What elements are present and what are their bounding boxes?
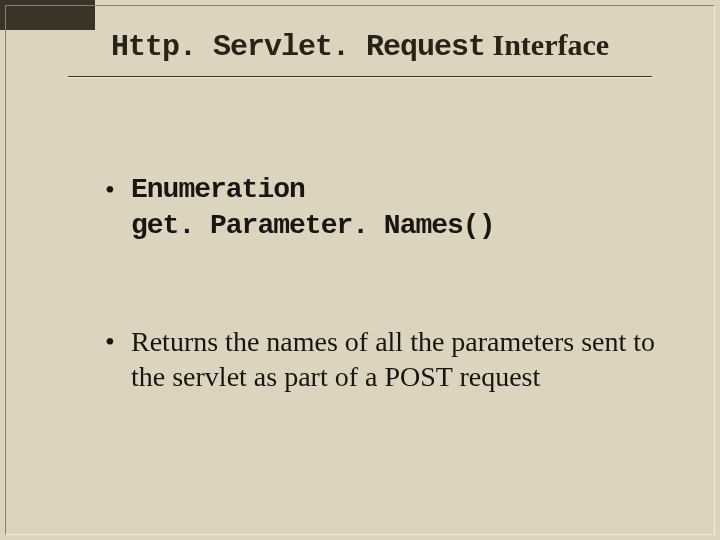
slide-content: Http. Servlet. Request Interface Enumera… [0, 0, 720, 495]
title-code: Http. Servlet. Request [111, 30, 485, 64]
desc-post: request [452, 361, 540, 392]
slide-title: Http. Servlet. Request Interface [50, 28, 670, 64]
signature-line2: get. Parameter. Names() [131, 208, 670, 244]
bullet-item-description: Returns the names of all the parameters … [105, 324, 670, 396]
bullet-list: Enumeration get. Parameter. Names() Retu… [50, 172, 670, 395]
signature-line1: Enumeration [131, 172, 670, 208]
desc-code: POST [384, 361, 452, 392]
title-divider [68, 76, 652, 77]
title-serif: Interface [485, 28, 609, 61]
bullet-item-signature: Enumeration get. Parameter. Names() [105, 172, 670, 244]
